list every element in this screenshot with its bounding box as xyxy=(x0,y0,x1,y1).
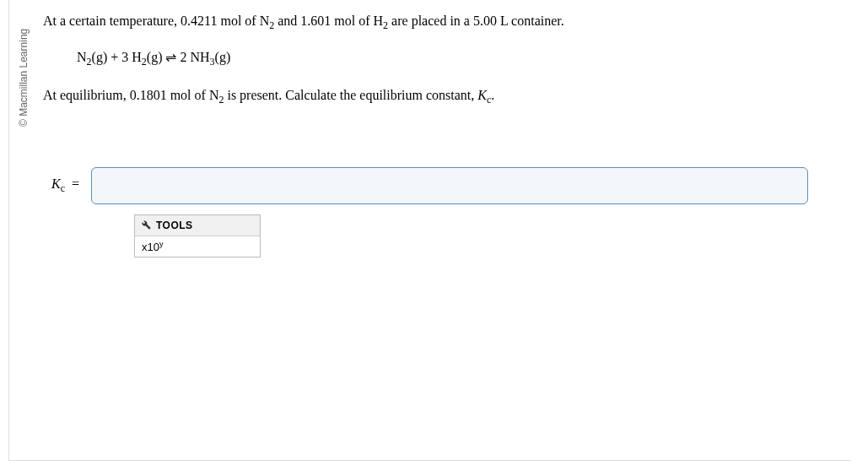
equals-sign: = xyxy=(68,176,79,191)
text: and xyxy=(274,14,300,28)
kc-k: K xyxy=(51,176,61,191)
text: At equilibrium, xyxy=(43,88,130,102)
subscript-c: c xyxy=(61,182,65,194)
text: (g) xyxy=(215,50,231,64)
equilibrium-arrow-icon: ⇌ xyxy=(165,50,176,64)
text: N xyxy=(77,50,87,64)
text: mol of N xyxy=(167,88,219,102)
problem-line-1: At a certain temperature, 0.4211 mol of … xyxy=(43,10,826,34)
tools-header-label: TOOLS xyxy=(156,220,193,231)
text: . xyxy=(491,88,494,102)
value-mol-n2: 0.4211 xyxy=(181,14,217,28)
tools-panel: TOOLS x10y xyxy=(134,214,261,258)
problem-content: At a certain temperature, 0.4211 mol of … xyxy=(9,0,851,268)
answer-input[interactable] xyxy=(91,167,808,204)
chemical-equation: N2(g) + 3 H2(g) ⇌ 2 NH3(g) xyxy=(77,49,826,68)
text: is present. Calculate the equilibrium co… xyxy=(224,88,477,102)
copyright-label: © Macmillan Learning xyxy=(18,29,30,127)
kc-symbol: K xyxy=(477,88,487,102)
sci-label: x10 xyxy=(142,241,159,253)
text: mol of N xyxy=(217,14,269,28)
answer-area: Kc = xyxy=(51,167,826,204)
wrench-icon xyxy=(142,220,151,230)
text: 2 NH xyxy=(176,50,209,64)
sci-exponent-y: y xyxy=(159,240,164,248)
text: (g) + 3 H xyxy=(92,50,142,64)
text: (g) xyxy=(147,50,166,64)
text: are placed in a 5.00 L container. xyxy=(388,14,564,28)
sci-notation-button[interactable]: x10y xyxy=(135,236,260,257)
kc-label: Kc = xyxy=(51,176,79,195)
text: mol of H xyxy=(331,14,383,28)
tools-header: TOOLS xyxy=(135,215,260,236)
value-mol-h2: 1.601 xyxy=(300,14,331,28)
problem-line-2: At equilibrium, 0.1801 mol of N2 is pres… xyxy=(43,84,826,108)
value-mol-n2-eq: 0.1801 xyxy=(130,88,167,102)
text: At a certain temperature, xyxy=(43,14,181,28)
